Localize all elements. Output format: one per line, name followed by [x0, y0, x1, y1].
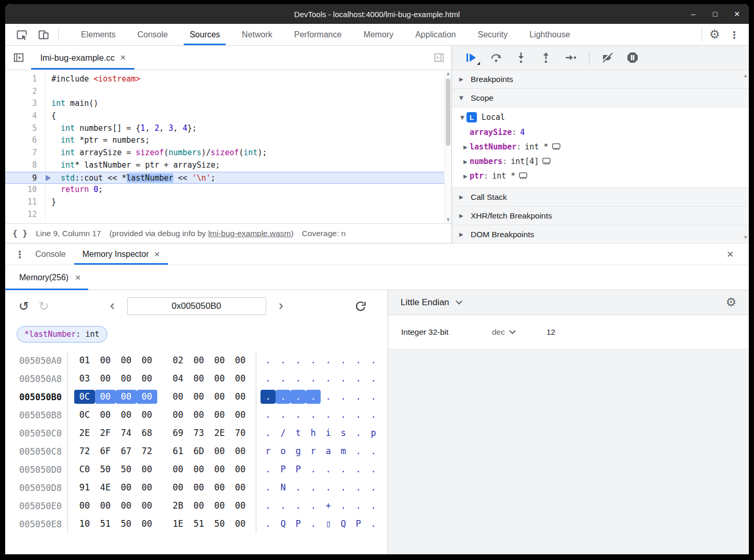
refresh-icon[interactable] — [353, 299, 368, 313]
section-scope[interactable]: ▼Scope — [452, 89, 749, 107]
ascii-char[interactable]: P — [291, 517, 306, 531]
ascii-char[interactable]: . — [276, 499, 291, 513]
ascii-char[interactable]: . — [291, 372, 306, 386]
hex-dump-grid[interactable]: 005050A00100000002000000........005050A8… — [5, 351, 388, 533]
ascii-char[interactable]: ▯ — [321, 517, 336, 531]
ascii-char[interactable]: . — [306, 499, 321, 513]
hex-byte[interactable]: 00 — [188, 353, 209, 367]
hex-byte[interactable]: 00 — [95, 390, 116, 404]
hex-byte[interactable]: 00 — [136, 462, 157, 476]
interpreter-settings-gear-icon[interactable]: ⚙ — [725, 296, 736, 308]
hex-byte[interactable]: 00 — [95, 353, 116, 367]
hex-byte[interactable]: 10 — [74, 517, 95, 531]
hex-byte[interactable]: 00 — [116, 481, 136, 495]
sidebar-scrollbar[interactable]: ▲ ▼ — [741, 70, 749, 243]
ascii-char[interactable]: . — [276, 372, 291, 386]
hex-byte[interactable]: 00 — [116, 499, 136, 513]
line-number[interactable]: 4 — [5, 110, 46, 122]
scope-variable-arraysize[interactable]: arraySize: 4 — [452, 125, 749, 140]
ascii-char[interactable]: . — [321, 353, 336, 367]
line-number[interactable]: 6 — [5, 134, 46, 147]
ascii-char[interactable]: p — [366, 426, 381, 440]
ascii-char[interactable]: . — [351, 481, 366, 495]
ascii-char[interactable]: . — [306, 462, 321, 476]
line-number[interactable]: 3 — [5, 98, 46, 110]
hex-byte[interactable]: 00 — [209, 462, 230, 476]
hex-byte[interactable]: 73 — [188, 426, 209, 440]
show-navigator-icon[interactable] — [11, 50, 26, 65]
hex-byte[interactable]: 00 — [209, 481, 230, 495]
section-xhr-fetch-breakpoints[interactable]: ▶XHR/fetch Breakpoints — [452, 207, 749, 225]
line-number[interactable]: 5 — [5, 122, 46, 135]
ascii-char[interactable]: . — [321, 462, 336, 476]
hex-byte[interactable]: 00 — [230, 499, 251, 513]
ascii-char[interactable]: . — [276, 390, 291, 404]
ascii-char[interactable]: . — [351, 462, 366, 476]
collapsed-caret-icon[interactable]: ▶ — [463, 173, 470, 179]
scroll-down-icon[interactable]: ▼ — [445, 217, 451, 222]
close-button[interactable]: ✕ — [732, 10, 742, 18]
scroll-down-icon[interactable]: ▼ — [744, 235, 747, 240]
next-page-icon[interactable] — [273, 299, 288, 313]
ascii-char[interactable]: / — [276, 426, 291, 440]
ascii-char[interactable]: . — [261, 390, 276, 404]
hex-byte[interactable]: 00 — [230, 372, 251, 386]
ascii-char[interactable]: . — [366, 444, 381, 458]
ascii-char[interactable]: . — [291, 408, 306, 422]
drawer-tab-memory-inspector[interactable]: Memory Inspector ✕ — [74, 243, 169, 265]
step-button[interactable] — [564, 51, 578, 64]
hex-byte[interactable]: 00 — [230, 408, 251, 422]
hide-debugger-pane-icon[interactable] — [432, 50, 446, 65]
hex-byte[interactable]: 00 — [116, 372, 136, 386]
hex-byte[interactable]: 00 — [230, 444, 251, 458]
hex-byte[interactable]: 00 — [136, 353, 157, 367]
hex-byte[interactable]: 00 — [136, 390, 157, 404]
ascii-char[interactable]: . — [306, 408, 321, 422]
hex-byte[interactable]: 0C — [74, 390, 95, 404]
hex-byte[interactable]: 00 — [74, 499, 95, 513]
ascii-char[interactable]: . — [366, 481, 381, 495]
tab-memory[interactable]: Memory — [352, 24, 404, 45]
ascii-char[interactable]: g — [291, 444, 306, 458]
ascii-char[interactable]: N — [276, 481, 291, 495]
hex-byte[interactable]: 91 — [74, 481, 95, 495]
scroll-up-icon[interactable]: ▲ — [744, 73, 747, 78]
minimize-button[interactable]: – — [689, 10, 698, 18]
maximize-button[interactable]: □ — [710, 10, 720, 18]
step-over-button[interactable] — [489, 51, 503, 64]
hex-byte[interactable]: 00 — [209, 353, 230, 367]
hex-byte[interactable]: 00 — [168, 390, 188, 404]
ascii-char[interactable]: . — [336, 462, 351, 476]
open-memory-inspector-icon[interactable] — [518, 172, 528, 180]
hex-byte[interactable]: 61 — [168, 444, 188, 458]
drawer-menu-icon[interactable]: ⋮ — [12, 247, 27, 262]
ascii-char[interactable]: . — [351, 499, 366, 513]
settings-gear-icon[interactable]: ⚙ — [707, 28, 722, 42]
ascii-char[interactable]: P — [276, 462, 291, 476]
previous-page-icon[interactable] — [105, 299, 120, 313]
ascii-char[interactable]: m — [336, 444, 351, 458]
ascii-char[interactable]: . — [366, 499, 381, 513]
ascii-char[interactable]: . — [321, 481, 336, 495]
ascii-char[interactable]: i — [321, 426, 336, 440]
hex-byte[interactable]: 0C — [74, 408, 95, 422]
hex-byte[interactable]: 00 — [168, 462, 188, 476]
ascii-char[interactable]: . — [351, 408, 366, 422]
hex-byte[interactable]: 00 — [116, 408, 136, 422]
ascii-char[interactable]: r — [261, 444, 276, 458]
ascii-char[interactable]: . — [366, 408, 381, 422]
resume-script-button[interactable] — [464, 51, 478, 64]
ascii-char[interactable]: . — [261, 372, 276, 386]
step-out-button[interactable] — [539, 51, 553, 64]
hex-byte[interactable]: C0 — [74, 462, 95, 476]
drawer-close-icon[interactable]: ✕ — [723, 247, 737, 262]
scroll-up-icon[interactable]: ▲ — [445, 71, 451, 76]
ascii-char[interactable]: Q — [336, 517, 351, 531]
ascii-char[interactable]: . — [321, 408, 336, 422]
hex-byte[interactable]: 70 — [230, 426, 251, 440]
ascii-char[interactable]: . — [291, 499, 306, 513]
history-forward-icon[interactable]: ↻ — [38, 299, 49, 313]
ascii-char[interactable]: . — [336, 372, 351, 386]
line-number[interactable]: 10 — [5, 184, 46, 196]
hex-byte[interactable]: 2B — [168, 499, 188, 513]
